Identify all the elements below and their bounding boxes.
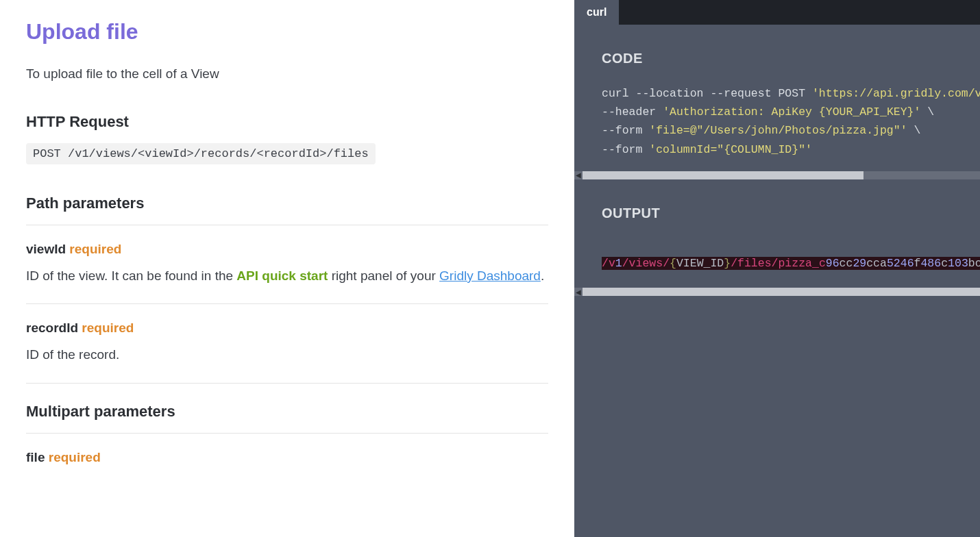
out: c	[941, 257, 948, 270]
text: ID of the view. It can be found in the	[26, 268, 236, 283]
code-text: curl --location --request POST	[602, 87, 812, 100]
code-string: 'Authorization: ApiKey {YOUR_API_KEY}'	[663, 105, 920, 118]
out: cc	[840, 257, 853, 270]
gridly-dashboard-link[interactable]: Gridly Dashboard	[439, 268, 541, 283]
param-recordid: recordId required ID of the record.	[26, 304, 548, 382]
required-badge: required	[82, 321, 134, 335]
out: 103	[948, 257, 968, 270]
out: VIEW_ID	[676, 257, 724, 270]
page-title: Upload file	[26, 19, 548, 45]
code-text: --header	[602, 105, 663, 118]
param-name: file	[26, 450, 45, 464]
param-description: ID of the record.	[26, 344, 548, 366]
code-string: 'columnId="{COLUMN_ID}"'	[649, 143, 812, 156]
horizontal-scrollbar[interactable]: ◀	[574, 288, 980, 296]
output-block: /v1/views/{VIEW_ID}/files/pizza_c96cc29c…	[574, 234, 980, 288]
output-section-label: OUTPUT	[574, 179, 980, 234]
code-sample-pane: curl CODE curl --location --request POST…	[574, 0, 980, 537]
param-viewid: viewId required ID of the view. It can b…	[26, 225, 548, 303]
divider	[26, 383, 548, 384]
code-block: curl --location --request POST 'https://…	[574, 79, 980, 171]
text: right panel of your	[328, 268, 439, 283]
param-description: ID of the view. It can be found in the A…	[26, 265, 548, 287]
out: f	[914, 257, 921, 270]
http-request-code: POST /v1/views/<viewId>/records/<recordI…	[26, 143, 376, 164]
intro-text: To upload file to the cell of a View	[26, 66, 548, 82]
horizontal-scrollbar[interactable]: ◀	[574, 171, 980, 179]
out: 1	[615, 257, 622, 270]
path-parameters-heading: Path parameters	[26, 195, 548, 212]
code-text: --form	[602, 143, 649, 156]
out: 29	[853, 257, 866, 270]
required-badge: required	[69, 242, 121, 256]
code-string: 'https://api.gridly.com/v	[812, 87, 980, 100]
documentation-pane: Upload file To upload file to the cell o…	[0, 0, 574, 537]
code-text: \	[907, 124, 921, 137]
out: /v	[602, 257, 615, 270]
text: .	[541, 268, 544, 283]
code-section-label: CODE	[574, 25, 980, 79]
out: /views/	[622, 257, 670, 270]
out: }	[724, 257, 731, 270]
required-badge: required	[49, 450, 101, 464]
scrollbar-thumb[interactable]	[583, 288, 980, 296]
scroll-left-icon[interactable]: ◀	[574, 288, 583, 296]
code-text: --form	[602, 124, 649, 137]
api-quick-start-label: API quick start	[236, 268, 328, 283]
http-request-heading: HTTP Request	[26, 113, 548, 131]
param-file: file required	[26, 434, 548, 490]
out: {	[670, 257, 676, 270]
filler	[574, 296, 980, 537]
out: 486	[920, 257, 941, 270]
language-tabs: curl	[574, 0, 980, 25]
code-string: 'file=@"/Users/john/Photos/pizza.jpg"'	[649, 124, 907, 137]
scrollbar-thumb[interactable]	[583, 171, 863, 179]
out: bc	[968, 257, 980, 270]
out: cca	[866, 257, 887, 270]
out: 5246	[887, 257, 914, 270]
multipart-parameters-heading: Multipart parameters	[26, 403, 548, 421]
out: /files/pizza_c	[731, 257, 826, 270]
scroll-left-icon[interactable]: ◀	[574, 171, 583, 179]
tab-curl[interactable]: curl	[574, 0, 619, 25]
param-name: recordId	[26, 321, 78, 335]
code-text: \	[920, 105, 934, 118]
param-name: viewId	[26, 242, 66, 256]
out: 96	[826, 257, 840, 270]
